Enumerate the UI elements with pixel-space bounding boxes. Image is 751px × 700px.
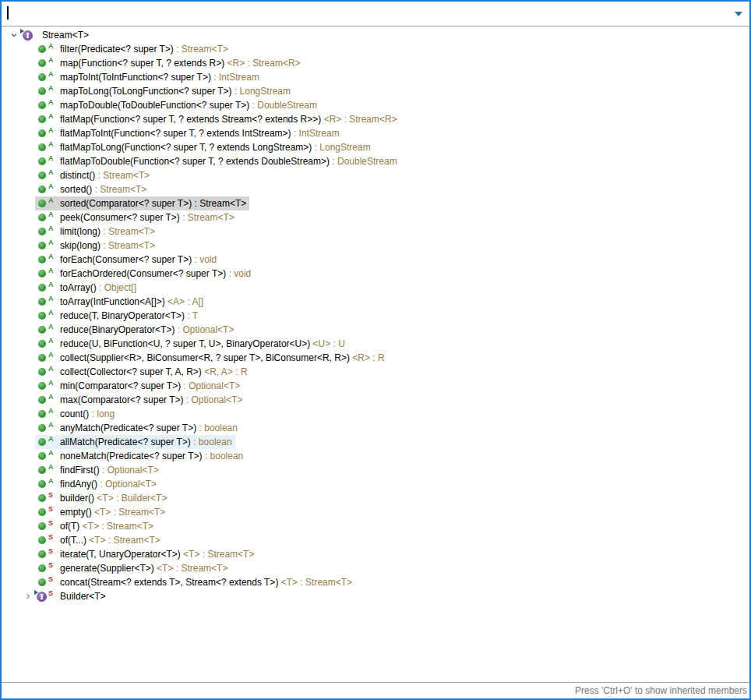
tree-item-label-area[interactable]: Sgenerate(Supplier<T>) <T> : Stream<T> (35, 561, 231, 575)
tree-item[interactable]: AflatMapToDouble(Function<? super T, ? e… (2, 154, 749, 168)
tree-item-label-area[interactable]: AflatMap(Function<? super T, ? extends S… (35, 112, 400, 126)
tree-item[interactable]: AfindFirst() : Optional<T> (2, 463, 749, 477)
tree-item-label-area[interactable]: Acollect(Supplier<R>, BiConsumer<R, ? su… (35, 351, 388, 365)
tree-item-label-area[interactable]: Areduce(U, BiFunction<U, ? super T, U>, … (35, 337, 348, 351)
tree-item-label-area[interactable]: AallMatch(Predicate<? super T>) : boolea… (35, 435, 235, 449)
abstract-decorator-icon: A (48, 309, 56, 316)
tree-item[interactable]: Amin(Comparator<? super T>) : Optional<T… (2, 379, 749, 393)
tree-item[interactable]: AanyMatch(Predicate<? super T>) : boolea… (2, 421, 749, 435)
tree-item[interactable]: Sconcat(Stream<? extends T>, Stream<? ex… (2, 575, 749, 589)
tree-item[interactable]: Acount() : long (2, 407, 749, 421)
tree-item-label-area[interactable]: AflatMapToDouble(Function<? super T, ? e… (35, 154, 400, 168)
tree-item[interactable]: AallMatch(Predicate<? super T>) : boolea… (2, 435, 749, 449)
static-decorator-icon: S (48, 561, 56, 569)
tree-item[interactable]: AflatMapToLong(Function<? super T, ? ext… (2, 140, 749, 154)
abstract-decorator-icon: A (48, 126, 56, 134)
abstract-decorator-icon: A (48, 253, 56, 260)
tree-item-label-area[interactable]: AnoneMatch(Predicate<? super T>) : boole… (35, 449, 246, 463)
tree-item[interactable]: AmapToDouble(ToDoubleFunction<? super T>… (2, 98, 749, 112)
tree-item[interactable]: Sbuilder() <T> : Builder<T> (2, 491, 749, 505)
tree-item[interactable]: Asorted(Comparator<? super T>) : Stream<… (2, 196, 749, 210)
tree-item-label-area[interactable]: AmapToInt(ToIntFunction<? super T>) : In… (35, 70, 263, 84)
tree-item[interactable]: Acollect(Supplier<R>, BiConsumer<R, ? su… (2, 351, 749, 365)
tree-item[interactable]: AnoneMatch(Predicate<? super T>) : boole… (2, 449, 749, 463)
tree-item[interactable]: Sempty() <T> : Stream<T> (2, 505, 749, 519)
tree-item-label-area[interactable]: AmapToDouble(ToDoubleFunction<? super T>… (35, 98, 320, 112)
tree-item-label-area[interactable]: Adistinct() : Stream<T> (35, 168, 153, 182)
tree-item-label-area[interactable]: IStream<T> (21, 28, 92, 42)
tree-item[interactable]: Amax(Comparator<? super T>) : Optional<T… (2, 393, 749, 407)
abstract-decorator-icon: A (48, 84, 56, 92)
tree-item[interactable]: AflatMap(Function<? super T, ? extends S… (2, 112, 749, 126)
tree-item-label-area[interactable]: AflatMapToLong(Function<? super T, ? ext… (35, 140, 374, 154)
tree-item-label-area[interactable]: AforEach(Consumer<? super T>) : void (35, 253, 220, 267)
tree-item-label-area[interactable]: AforEachOrdered(Consumer<? super T>) : v… (35, 267, 254, 281)
chevron-spacer (21, 70, 35, 84)
tree-item-label-area[interactable]: Amap(Function<? super T, ? extends R>) <… (35, 56, 304, 70)
view-menu-icon[interactable] (735, 12, 742, 16)
chevron-spacer (21, 533, 35, 547)
tree-item[interactable]: Afilter(Predicate<? super T>) : Stream<T… (2, 42, 749, 56)
tree-item[interactable]: Sof(T) <T> : Stream<T> (2, 519, 749, 533)
tree-item-label-area[interactable]: Amin(Comparator<? super T>) : Optional<T… (35, 379, 243, 393)
tree-item[interactable]: Sgenerate(Supplier<T>) <T> : Stream<T> (2, 561, 749, 575)
chevron-spacer (21, 477, 35, 491)
static-decorator-icon: S (48, 547, 56, 555)
tree-item[interactable]: Adistinct() : Stream<T> (2, 168, 749, 182)
tree-item-label-area[interactable]: Sconcat(Stream<? extends T>, Stream<? ex… (35, 575, 355, 589)
tree-item-label-area[interactable]: Areduce(T, BinaryOperator<T>) : T (35, 309, 201, 323)
tree-item[interactable]: Sof(T...) <T> : Stream<T> (2, 533, 749, 547)
search-input[interactable] (2, 2, 749, 26)
tree-item[interactable]: Apeek(Consumer<? super T>) : Stream<T> (2, 210, 749, 224)
tree-item[interactable]: AmapToInt(ToIntFunction<? super T>) : In… (2, 70, 749, 84)
tree-item-label-area[interactable]: Sbuilder() <T> : Builder<T> (35, 491, 170, 505)
chevron-down-icon[interactable] (7, 28, 21, 42)
tree-item-label-area[interactable]: AanyMatch(Predicate<? super T>) : boolea… (35, 421, 241, 435)
tree-item-label-area[interactable]: AflatMapToInt(Function<? super T, ? exte… (35, 126, 343, 140)
tree-item-label-area[interactable]: Sempty() <T> : Stream<T> (35, 505, 168, 519)
tree-item-label-area[interactable]: Areduce(BinaryOperator<T>) : Optional<T> (35, 323, 237, 337)
tree-item[interactable]: AforEach(Consumer<? super T>) : void (2, 253, 749, 267)
tree-item-label-area[interactable]: Acollect(Collector<? super T, A, R>) <R,… (35, 365, 251, 379)
tree-item[interactable]: AfindAny() : Optional<T> (2, 477, 749, 491)
tree-item-label-area[interactable]: ISBuilder<T> (35, 589, 109, 603)
tree-item[interactable]: Areduce(U, BiFunction<U, ? super T, U>, … (2, 337, 749, 351)
tree-item[interactable]: AtoArray() : Object[] (2, 281, 749, 295)
tree-item-label-area[interactable]: Afilter(Predicate<? super T>) : Stream<T… (35, 42, 231, 56)
tree-item-label-area[interactable]: Askip(long) : Stream<T> (35, 239, 158, 253)
tree-item[interactable]: Areduce(BinaryOperator<T>) : Optional<T> (2, 323, 749, 337)
tree-item-label-area[interactable]: Siterate(T, UnaryOperator<T>) <T> : Stre… (35, 547, 257, 561)
tree-item-label-area[interactable]: Asorted(Comparator<? super T>) : Stream<… (35, 196, 249, 210)
public-method-icon (36, 296, 48, 308)
tree-item-label-area[interactable]: Sof(T) <T> : Stream<T> (35, 519, 157, 533)
tree-item-label-area[interactable]: Amax(Comparator<? super T>) : Optional<T… (35, 393, 246, 407)
tree-item-label-area[interactable]: AfindAny() : Optional<T> (35, 477, 160, 491)
tree-item-label-area[interactable]: AfindFirst() : Optional<T> (35, 463, 162, 477)
tree-item[interactable]: IStream<T> (2, 28, 749, 42)
chevron-right-icon[interactable] (21, 589, 35, 603)
public-method-icon (36, 563, 48, 574)
tree-item[interactable]: Askip(long) : Stream<T> (2, 239, 749, 253)
tree-item[interactable]: Asorted() : Stream<T> (2, 182, 749, 196)
tree-item[interactable]: AforEachOrdered(Consumer<? super T>) : v… (2, 267, 749, 281)
tree-item-label-area[interactable]: Apeek(Consumer<? super T>) : Stream<T> (35, 210, 238, 224)
tree-item-label-area[interactable]: Alimit(long) : Stream<T> (35, 224, 158, 239)
tree-item[interactable]: Amap(Function<? super T, ? extends R>) <… (2, 56, 749, 70)
tree-item[interactable]: Alimit(long) : Stream<T> (2, 224, 749, 239)
public-method-icon (36, 549, 48, 560)
tree-item[interactable]: AtoArray(IntFunction<A[]>) <A> : A[] (2, 295, 749, 309)
tree-item-label-area[interactable]: Sof(T...) <T> : Stream<T> (35, 533, 164, 547)
tree-item-label-area[interactable]: Asorted() : Stream<T> (35, 182, 150, 196)
tree-item[interactable]: AmapToLong(ToLongFunction<? super T>) : … (2, 84, 749, 98)
chevron-spacer (21, 210, 35, 224)
tree-item-label-area[interactable]: Acount() : long (35, 407, 118, 421)
tree-item-text: distinct() : Stream<T> (60, 170, 150, 181)
tree-item-label-area[interactable]: AtoArray() : Object[] (35, 281, 139, 295)
tree-item[interactable]: Areduce(T, BinaryOperator<T>) : T (2, 309, 749, 323)
tree-item-label-area[interactable]: AmapToLong(ToLongFunction<? super T>) : … (35, 84, 294, 98)
tree-item[interactable]: AflatMapToInt(Function<? super T, ? exte… (2, 126, 749, 140)
tree-item[interactable]: Siterate(T, UnaryOperator<T>) <T> : Stre… (2, 547, 749, 561)
tree-item-label-area[interactable]: AtoArray(IntFunction<A[]>) <A> : A[] (35, 295, 206, 309)
tree-item[interactable]: ISBuilder<T> (2, 589, 749, 603)
tree-item[interactable]: Acollect(Collector<? super T, A, R>) <R,… (2, 365, 749, 379)
